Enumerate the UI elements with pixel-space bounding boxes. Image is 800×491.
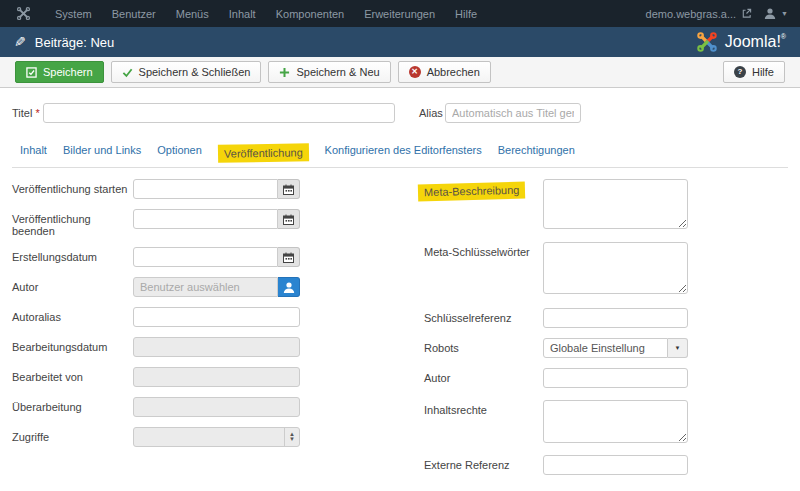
title-field-label: Titel * — [12, 107, 43, 119]
user-menu-button[interactable]: ▼ — [764, 8, 788, 19]
author-alias-input[interactable] — [133, 307, 300, 327]
field-label: Veröffentlichung starten — [12, 179, 133, 195]
field-row-robots: Robots Globale Einstellung ▼ — [424, 338, 694, 358]
modified-by-input — [133, 367, 300, 387]
robots-select[interactable]: Globale Einstellung ▼ — [543, 338, 688, 358]
title-row: Titel * Alias — [12, 103, 788, 123]
field-label: Inhaltsrechte — [424, 400, 543, 416]
field-row-meta-author: Autor — [424, 368, 694, 388]
field-label: Schlüsselreferenz — [424, 308, 543, 324]
plus-icon — [279, 67, 290, 78]
tab-bilder-und-links[interactable]: Bilder und Links — [55, 140, 149, 167]
menubar-item-benutzer[interactable]: Benutzer — [102, 8, 166, 20]
tab-veroeffentlichung[interactable]: Veröffentlichung — [210, 140, 317, 167]
meta-keywords-textarea[interactable] — [543, 242, 688, 294]
field-row-modified-by: Bearbeitet von — [12, 367, 312, 387]
meta-author-input[interactable] — [543, 368, 688, 388]
content-rights-textarea[interactable] — [543, 400, 688, 443]
highlight-marker: Meta-Beschreibung — [418, 182, 526, 202]
brand-text: Joomla!® — [725, 33, 786, 51]
save-new-button[interactable]: Speichern & Neu — [268, 61, 390, 83]
hits-input — [133, 427, 300, 447]
calendar-button[interactable] — [278, 179, 300, 199]
publishing-column: Veröffentlichung starten Veröffentlichun — [12, 179, 312, 457]
user-icon — [764, 8, 776, 19]
field-label: Autor — [12, 277, 133, 293]
help-icon: ? — [734, 66, 746, 78]
required-asterisk: * — [35, 107, 39, 119]
alias-input[interactable] — [445, 103, 581, 123]
field-label: Autor — [424, 368, 543, 384]
field-row-publish-up: Veröffentlichung starten — [12, 179, 312, 199]
field-label: Autoralias — [12, 307, 133, 323]
calendar-icon — [283, 252, 294, 263]
highlight-marker: Veröffentlichung — [218, 143, 309, 163]
field-row-hits: Zugriffe ▲ ▼ — [12, 427, 312, 447]
save-close-button[interactable]: Speichern & Schließen — [111, 61, 262, 83]
site-name: demo.webgras.a... — [646, 8, 737, 20]
field-row-meta-keywords: Meta-Schlüsselwörter — [424, 242, 694, 294]
menubar-item-erweiterungen[interactable]: Erweiterungen — [354, 8, 445, 20]
tab-berechtigungen[interactable]: Berechtigungen — [490, 140, 583, 167]
field-label: Überarbeitung — [12, 397, 133, 413]
created-date-input[interactable] — [133, 247, 278, 267]
menubar-item-komponenten[interactable]: Komponenten — [266, 8, 355, 20]
publish-down-input[interactable] — [133, 209, 278, 229]
number-spinner: ▲ ▼ — [284, 428, 299, 446]
field-label: Bearbeitungsdatum — [12, 337, 133, 353]
key-reference-input[interactable] — [543, 308, 688, 328]
tab-inhalt[interactable]: Inhalt — [12, 140, 55, 167]
alias-label: Alias — [419, 107, 445, 119]
field-label: Meta-Beschreibung — [424, 179, 543, 200]
admin-menubar: System Benutzer Menüs Inhalt Komponenten… — [0, 0, 800, 27]
tab-editorfenster[interactable]: Konfigurieren des Editorfensters — [317, 140, 490, 167]
menubar-item-inhalt[interactable]: Inhalt — [219, 8, 266, 20]
metadata-column: Meta-Beschreibung Meta-Schlüsselwörter S… — [424, 179, 694, 485]
joomla-brand[interactable]: Joomla!® — [696, 31, 786, 53]
field-label: Bearbeitet von — [12, 367, 133, 383]
field-label: Externe Referenz — [424, 455, 543, 471]
field-label: Zugriffe — [12, 427, 133, 443]
site-preview-link[interactable]: demo.webgras.a... — [646, 8, 753, 20]
caret-down-icon: ▼ — [668, 338, 688, 358]
field-row-external-reference: Externe Referenz — [424, 455, 694, 475]
page-title: Beiträge: Neu — [35, 35, 115, 50]
revision-input — [133, 397, 300, 417]
tab-optionen[interactable]: Optionen — [149, 140, 210, 167]
meta-description-textarea[interactable] — [543, 179, 688, 229]
joomla-logo-icon — [696, 31, 718, 53]
save-button[interactable]: Speichern — [15, 61, 104, 83]
menubar-item-hilfe[interactable]: Hilfe — [445, 8, 487, 20]
registered-mark: ® — [781, 33, 786, 40]
title-input[interactable] — [43, 103, 395, 123]
cancel-icon: ✕ — [409, 66, 421, 78]
page-header: ✎ Beiträge: Neu Joomla!® — [0, 27, 800, 57]
edit-form: Titel * Alias Inhalt Bilder und Links Op… — [0, 103, 800, 485]
field-label: Meta-Schlüsselwörter — [424, 242, 543, 258]
menubar-item-menus[interactable]: Menüs — [166, 8, 219, 20]
cancel-button[interactable]: ✕ Abbrechen — [398, 61, 491, 83]
external-link-icon — [741, 8, 752, 19]
calendar-icon — [283, 184, 294, 195]
author-input — [133, 277, 278, 297]
field-label: Robots — [424, 338, 543, 354]
calendar-button[interactable] — [278, 247, 300, 267]
field-row-created-date: Erstellungsdatum — [12, 247, 312, 267]
person-icon — [283, 282, 295, 293]
field-label: Erstellungsdatum — [12, 247, 133, 263]
calendar-icon — [283, 214, 294, 225]
field-row-publish-down: Veröffentlichung beenden — [12, 209, 312, 237]
select-user-button[interactable] — [278, 277, 300, 297]
chevron-down-icon: ▼ — [781, 10, 788, 17]
robots-select-value: Globale Einstellung — [543, 338, 668, 358]
field-row-content-rights: Inhaltsrechte — [424, 400, 694, 443]
calendar-button[interactable] — [278, 209, 300, 229]
tabs-bar: Inhalt Bilder und Links Optionen Veröffe… — [12, 140, 788, 168]
spinner-down-icon: ▼ — [289, 437, 295, 442]
menubar-item-system[interactable]: System — [45, 8, 102, 20]
publish-up-input[interactable] — [133, 179, 278, 199]
field-row-author: Autor — [12, 277, 312, 297]
external-reference-input[interactable] — [543, 455, 688, 475]
joomla-mark-icon — [16, 6, 31, 21]
help-button[interactable]: ? Hilfe — [723, 61, 785, 83]
